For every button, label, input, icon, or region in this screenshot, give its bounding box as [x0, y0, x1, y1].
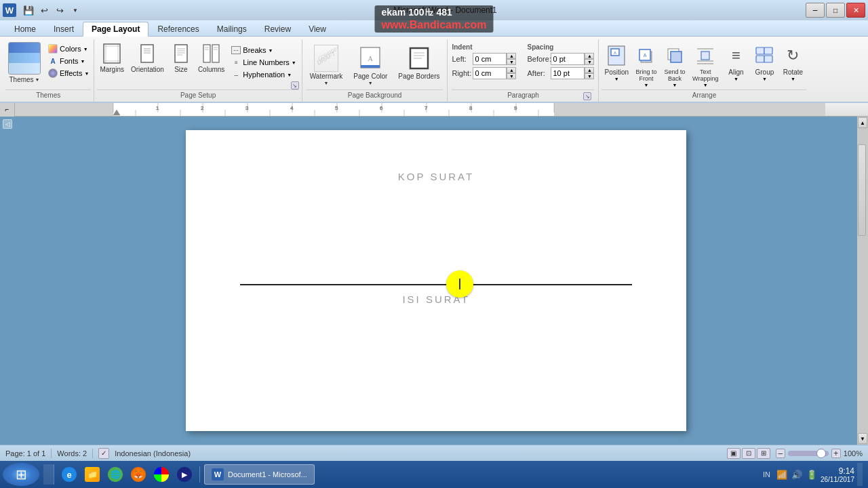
- indent-right-up[interactable]: ▲: [507, 67, 516, 73]
- text-wrapping-btn[interactable]: TextWrapping ▼: [690, 42, 721, 89]
- line-numbers-icon: ≡: [231, 58, 241, 66]
- tab-insert[interactable]: Insert: [45, 22, 83, 36]
- explorer-taskbar-btn[interactable]: 📁: [81, 464, 103, 485]
- battery-icon[interactable]: 🔋: [806, 468, 818, 481]
- indent-right-input[interactable]: [473, 67, 507, 79]
- page-setup-section: Margins Orientation: [94, 39, 302, 102]
- volume-icon[interactable]: 🔊: [791, 468, 803, 481]
- svg-text:8: 8: [469, 105, 473, 111]
- indent-left-input-group: ▲ ▼: [473, 53, 516, 65]
- svg-rect-21: [361, 65, 380, 68]
- title-bar: W 💾 ↩ ↪ ▼ Microsoft Word - Document1 – □…: [0, 0, 868, 20]
- page-borders-btn[interactable]: Page Borders: [395, 43, 443, 81]
- tab-review[interactable]: Review: [256, 22, 300, 36]
- fonts-arrow: ▼: [81, 59, 85, 64]
- svg-rect-35: [671, 52, 682, 62]
- media-player-taskbar-btn[interactable]: ▶: [174, 464, 195, 485]
- minimize-btn[interactable]: –: [806, 3, 825, 18]
- zoom-minus-btn[interactable]: –: [776, 449, 785, 458]
- indent-left-down[interactable]: ▼: [507, 59, 516, 65]
- scroll-down-btn[interactable]: ▼: [858, 433, 867, 444]
- network-icon[interactable]: 📶: [776, 468, 788, 481]
- start-button[interactable]: ⊞: [3, 463, 39, 486]
- line-numbers-btn[interactable]: ≡ Line Numbers ▼: [229, 57, 298, 68]
- paragraph-expand[interactable]: ↘: [583, 92, 591, 100]
- zoom-slider[interactable]: [788, 451, 829, 456]
- margins-btn[interactable]: Margins: [97, 41, 127, 75]
- breaks-btn[interactable]: ⋯ Breaks ▼: [229, 45, 298, 56]
- themes-content: Themes ▼ Colors ▼ A Fonts ▼ Effects ▼: [5, 41, 91, 89]
- send-to-back-btn[interactable]: A Send toBack ▼: [661, 42, 688, 89]
- indent-left-input[interactable]: [473, 53, 507, 65]
- orientation-btn[interactable]: Orientation: [128, 41, 167, 75]
- quick-access-dropdown[interactable]: ▼: [68, 4, 82, 16]
- fonts-btn[interactable]: A Fonts ▼: [46, 56, 91, 66]
- word-taskbar-btn[interactable]: W Document1 - Microsof...: [204, 464, 315, 485]
- doc-scroll-area[interactable]: KOP SURAT ISI SURAT: [15, 117, 857, 445]
- spacing-col: Spacing Before: ▲ ▼ After:: [527, 43, 594, 79]
- media-taskbar-btn[interactable]: 🌐: [104, 464, 126, 485]
- tab-mailings[interactable]: Mailings: [208, 22, 256, 36]
- scroll-up-btn[interactable]: ▲: [858, 117, 867, 128]
- ie-taskbar-btn[interactable]: e: [58, 464, 80, 485]
- spacing-before-up[interactable]: ▲: [585, 53, 594, 59]
- spacing-after-up[interactable]: ▲: [585, 67, 594, 73]
- full-screen-btn[interactable]: ⊡: [742, 448, 755, 459]
- colors-btn[interactable]: Colors ▼: [46, 43, 91, 54]
- scroll-thumb[interactable]: [858, 144, 866, 235]
- indent-left-up[interactable]: ▲: [507, 53, 516, 59]
- spacing-after-input[interactable]: [551, 67, 585, 79]
- spacing-before-label: Before:: [527, 55, 549, 63]
- window-title: Microsoft Word - Document1: [85, 5, 806, 15]
- spell-check-icon[interactable]: ✓: [98, 448, 109, 459]
- page-color-btn[interactable]: A Page Color ▼: [350, 43, 391, 87]
- page-color-label: Page Color: [353, 73, 387, 80]
- hyphenation-arrow: ▼: [287, 73, 292, 77]
- spacing-after-row: After: ▲ ▼: [527, 67, 594, 79]
- doc-nav-btn[interactable]: ◁: [3, 119, 12, 129]
- maximize-btn[interactable]: □: [826, 3, 845, 18]
- lang-indicator[interactable]: IN: [760, 470, 773, 479]
- indent-col: Indent Left: ▲ ▼ Right:: [452, 43, 516, 79]
- status-left: Page: 1 of 1 Words: 2 ✓ Indonesian (Indo…: [5, 448, 722, 459]
- spacing-before-input[interactable]: [551, 53, 585, 65]
- tab-references[interactable]: References: [149, 22, 208, 36]
- themes-main-btn[interactable]: Themes ▼: [5, 41, 43, 85]
- web-layout-btn[interactable]: ⊞: [757, 448, 770, 459]
- hyphenation-btn[interactable]: – Hyphenation ▼: [229, 69, 298, 80]
- close-btn[interactable]: ✕: [846, 3, 865, 18]
- text-wrapping-arrow: ▼: [703, 83, 708, 87]
- indent-right-down[interactable]: ▼: [507, 73, 516, 79]
- print-layout-btn[interactable]: ▣: [727, 448, 741, 459]
- status-sep-2: [92, 449, 93, 458]
- chrome-taskbar-btn[interactable]: [151, 464, 172, 485]
- ruler-align-btn[interactable]: ⌐: [0, 103, 15, 117]
- scrollbar-v[interactable]: ▲ ▼: [857, 117, 868, 445]
- watermark-btn[interactable]: DRAFT CONFIDENTIAL Watermark ▼: [307, 43, 347, 87]
- page-setup-expand[interactable]: ↘: [291, 81, 299, 89]
- zoom-plus-btn[interactable]: +: [831, 449, 841, 458]
- group-btn[interactable]: Group ▼: [751, 42, 778, 83]
- indent-right-spin: ▲ ▼: [507, 67, 516, 79]
- align-btn[interactable]: ≡ Align ▼: [722, 42, 749, 83]
- spacing-after-down[interactable]: ▼: [585, 73, 594, 79]
- undo-quick-btn[interactable]: ↩: [37, 4, 51, 16]
- clock-area[interactable]: 9:14 26/11/2017: [821, 466, 854, 483]
- firefox-taskbar-btn[interactable]: 🦊: [127, 464, 149, 485]
- send-to-back-arrow: ▼: [673, 83, 677, 87]
- redo-quick-btn[interactable]: ↪: [53, 4, 66, 16]
- tab-home[interactable]: Home: [5, 22, 45, 36]
- scroll-track: [857, 129, 868, 432]
- tab-view[interactable]: View: [300, 22, 335, 36]
- size-icon: [171, 42, 191, 65]
- rotate-btn[interactable]: ↻ Rotate ▼: [779, 42, 806, 83]
- size-btn[interactable]: Size: [168, 41, 194, 75]
- bring-to-front-btn[interactable]: A Bring toFront ▼: [633, 42, 660, 89]
- columns-btn[interactable]: Columns: [195, 41, 227, 75]
- effects-btn[interactable]: Effects ▼: [46, 68, 91, 79]
- spacing-before-down[interactable]: ▼: [585, 59, 594, 65]
- tab-page-layout[interactable]: Page Layout: [83, 22, 149, 37]
- position-btn[interactable]: A Position ▼: [601, 42, 631, 83]
- save-quick-btn[interactable]: 💾: [22, 4, 35, 16]
- show-desktop-btn[interactable]: [857, 463, 863, 486]
